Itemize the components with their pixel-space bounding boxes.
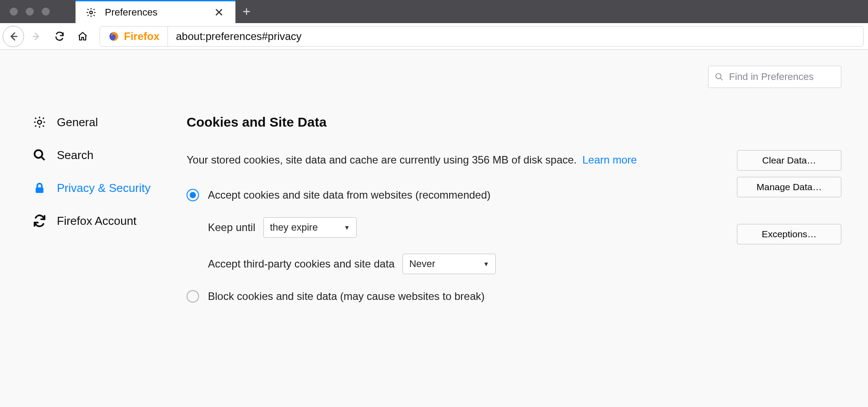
manage-data-button[interactable]: Manage Data… xyxy=(737,177,841,197)
radio-icon xyxy=(187,189,199,201)
home-button[interactable] xyxy=(72,26,93,47)
radio-accept-cookies[interactable]: Accept cookies and site data from websit… xyxy=(187,189,719,201)
search-icon xyxy=(715,72,724,81)
radio-label: Block cookies and site data (may cause w… xyxy=(208,290,485,303)
radio-icon xyxy=(187,290,199,303)
window-controls xyxy=(0,0,76,23)
chevron-down-icon: ▼ xyxy=(483,260,489,267)
section-title: Cookies and Site Data xyxy=(187,115,841,130)
keep-until-dropdown[interactable]: they expire ▼ xyxy=(263,217,357,238)
svg-point-0 xyxy=(90,11,92,14)
third-party-row: Accept third-party cookies and site data… xyxy=(187,254,719,274)
sidebar-item-label: Firefox Account xyxy=(57,214,136,228)
preferences-page: General Search Privacy & Security xyxy=(0,50,868,407)
sidebar-item-privacy[interactable]: Privacy & Security xyxy=(32,180,187,196)
lock-icon xyxy=(32,180,47,196)
svg-point-3 xyxy=(38,120,42,124)
third-party-label: Accept third-party cookies and site data xyxy=(208,258,394,270)
dropdown-value: they expire xyxy=(270,222,318,233)
chevron-down-icon: ▼ xyxy=(344,224,350,231)
dropdown-value: Never xyxy=(409,258,435,270)
keep-until-row: Keep until they expire ▼ xyxy=(187,217,719,238)
preferences-search[interactable] xyxy=(708,66,841,88)
radio-block-cookies[interactable]: Block cookies and site data (may cause w… xyxy=(187,290,719,303)
radio-label: Accept cookies and site data from websit… xyxy=(208,189,490,201)
firefox-logo-icon xyxy=(108,31,119,42)
action-buttons: Clear Data… Manage Data… Exceptions… xyxy=(737,150,841,244)
clear-data-button[interactable]: Clear Data… xyxy=(737,150,841,171)
search-icon xyxy=(32,148,47,163)
url-text: about:preferences#privacy xyxy=(168,30,302,43)
new-tab-button[interactable] xyxy=(235,0,258,23)
sync-icon xyxy=(32,213,47,228)
window-zoom-dot[interactable] xyxy=(42,8,50,16)
sidebar-item-label: Search xyxy=(57,148,93,162)
exceptions-button[interactable]: Exceptions… xyxy=(737,224,841,244)
sidebar-item-account[interactable]: Firefox Account xyxy=(32,213,187,228)
reload-button[interactable] xyxy=(49,26,70,47)
sidebar-item-search[interactable]: Search xyxy=(32,148,187,163)
window-close-dot[interactable] xyxy=(10,8,18,16)
identity-label: Firefox xyxy=(124,30,159,43)
forward-button[interactable] xyxy=(26,26,47,47)
tab-preferences[interactable]: Preferences ✕ xyxy=(76,0,235,23)
back-button[interactable] xyxy=(3,26,24,47)
toolbar: Firefox about:preferences#privacy xyxy=(0,23,868,50)
storage-description: Your stored cookies, site data and cache… xyxy=(187,150,719,169)
storage-description-text: Your stored cookies, site data and cache… xyxy=(187,154,577,166)
main-content: Cookies and Site Data Your stored cookie… xyxy=(187,115,868,303)
keep-until-label: Keep until xyxy=(208,221,255,234)
url-bar[interactable]: Firefox about:preferences#privacy xyxy=(100,26,864,47)
svg-rect-5 xyxy=(36,188,44,193)
sidebar: General Search Privacy & Security xyxy=(0,115,187,303)
gear-icon xyxy=(84,5,99,20)
tab-title: Preferences xyxy=(105,7,204,18)
preferences-search-input[interactable] xyxy=(729,71,835,83)
tab-strip: Preferences ✕ xyxy=(0,0,868,23)
window-minimize-dot[interactable] xyxy=(26,8,34,16)
sidebar-item-label: Privacy & Security xyxy=(57,181,151,195)
gear-icon xyxy=(32,115,47,130)
learn-more-link[interactable]: Learn more xyxy=(582,154,637,166)
svg-point-4 xyxy=(35,150,43,158)
identity-box[interactable]: Firefox xyxy=(100,27,168,46)
svg-point-2 xyxy=(716,74,721,79)
sidebar-item-general[interactable]: General xyxy=(32,115,187,130)
tab-close-icon[interactable]: ✕ xyxy=(211,5,227,20)
third-party-dropdown[interactable]: Never ▼ xyxy=(402,254,496,274)
sidebar-item-label: General xyxy=(57,116,98,129)
